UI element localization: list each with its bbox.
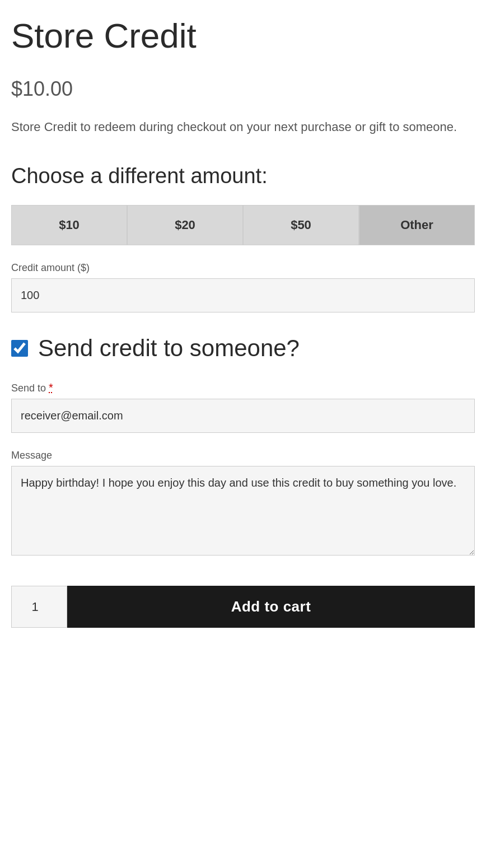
product-price: $10.00 — [11, 77, 475, 101]
send-credit-checkbox[interactable] — [11, 340, 28, 357]
amount-button-other[interactable]: Other — [359, 205, 475, 245]
bottom-row: Add to cart — [11, 586, 475, 628]
credit-amount-input[interactable] — [11, 278, 475, 312]
credit-amount-label: Credit amount ($) — [11, 262, 475, 274]
amount-button-50[interactable]: $50 — [243, 205, 359, 245]
quantity-input[interactable] — [11, 586, 67, 628]
send-to-required-indicator: * — [49, 381, 53, 394]
amount-button-10[interactable]: $10 — [11, 205, 127, 245]
choose-amount-title: Choose a different amount: — [11, 164, 475, 188]
page-title: Store Credit — [11, 17, 475, 55]
send-credit-label: Send credit to someone? — [38, 335, 300, 362]
amount-button-20[interactable]: $20 — [127, 205, 243, 245]
send-to-label: Send to * — [11, 381, 475, 394]
product-description: Store Credit to redeem during checkout o… — [11, 118, 475, 136]
message-textarea[interactable]: Happy birthday! I hope you enjoy this da… — [11, 466, 475, 556]
message-label: Message — [11, 450, 475, 461]
amount-buttons-group: $10 $20 $50 Other — [11, 205, 475, 245]
send-credit-row: Send credit to someone? — [11, 335, 475, 362]
send-to-input[interactable] — [11, 399, 475, 433]
add-to-cart-button[interactable]: Add to cart — [67, 586, 475, 628]
